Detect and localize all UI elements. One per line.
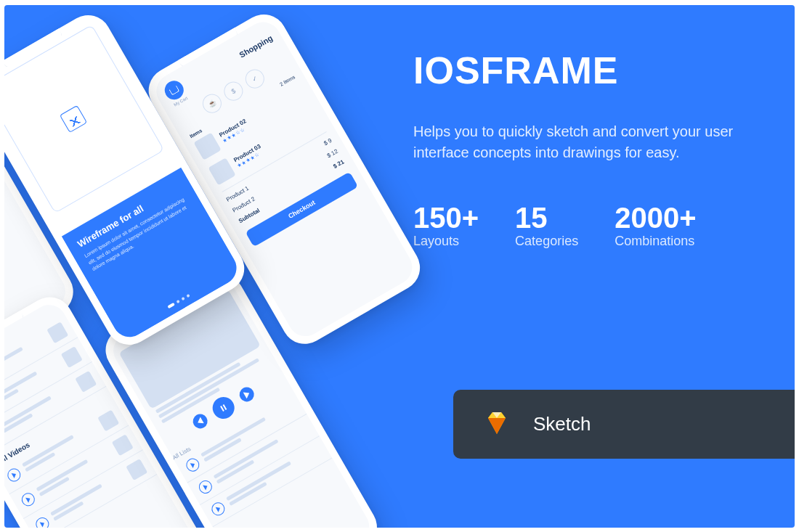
play-icon — [5, 466, 23, 484]
play-icon — [197, 478, 215, 496]
pause-button[interactable] — [208, 393, 238, 422]
cover-thumb — [112, 434, 134, 456]
promo-frame: IOSFRAME Helps you to quickly sketch and… — [4, 5, 795, 528]
stat-label: Categories — [515, 234, 578, 249]
prev-button[interactable] — [190, 411, 210, 430]
product-thumb — [194, 132, 222, 160]
cover-thumb — [46, 322, 68, 343]
stat-combinations: 2000+ Combinations — [615, 203, 696, 249]
play-icon — [20, 490, 38, 508]
next-button[interactable] — [237, 384, 256, 404]
image-icon — [60, 105, 87, 132]
svg-marker-9 — [243, 390, 251, 398]
cover-thumb — [97, 409, 119, 431]
play-icon — [184, 456, 202, 474]
product-description: Helps you to quickly sketch and convert … — [413, 121, 755, 163]
shop-title: Shopping — [238, 33, 274, 60]
svg-rect-8 — [223, 404, 227, 409]
play-icon — [209, 499, 227, 517]
stat-categories: 15 Categories — [515, 203, 578, 249]
stat-value: 15 — [515, 203, 578, 232]
cover-thumb — [126, 459, 147, 480]
stat-value: 2000+ — [615, 203, 696, 232]
product-title: IOSFRAME — [413, 49, 755, 92]
cover-thumb — [75, 370, 97, 392]
stat-label: Combinations — [615, 234, 696, 249]
cover-thumb — [61, 346, 83, 368]
play-icon — [33, 515, 52, 527]
product-thumb — [208, 157, 236, 185]
svg-marker-6 — [196, 417, 204, 425]
